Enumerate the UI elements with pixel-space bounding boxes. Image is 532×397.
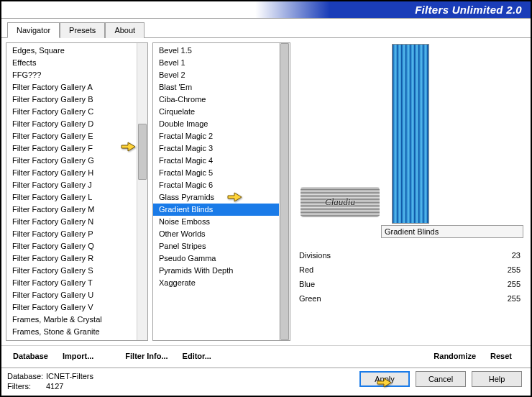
- list-item[interactable]: Double Image: [153, 118, 279, 130]
- apply-button[interactable]: Apply: [359, 371, 410, 387]
- tab-navigator[interactable]: Navigator: [7, 22, 60, 38]
- list-item[interactable]: Fractal Magic 4: [153, 155, 279, 167]
- list-item[interactable]: Bevel 2: [153, 69, 279, 81]
- list-item[interactable]: Cirquelate: [153, 106, 279, 118]
- list-item[interactable]: Filter Factory Gallery V: [6, 301, 137, 314]
- list-item[interactable]: Panel Stripes: [153, 240, 279, 252]
- filter-info-button[interactable]: Filter Info...: [122, 350, 170, 362]
- editor-button[interactable]: Editor...: [180, 350, 214, 362]
- param-row[interactable]: Green255: [298, 291, 522, 306]
- main-panel: Edges, SquareEffectsFFG???Filter Factory…: [1, 38, 531, 345]
- list-item[interactable]: Filter Factory Gallery N: [6, 216, 137, 228]
- category-list[interactable]: Edges, SquareEffectsFFG???Filter Factory…: [6, 42, 148, 341]
- list-item[interactable]: Fractal Magic 6: [153, 179, 279, 191]
- param-name: Green: [299, 293, 321, 304]
- param-name: Red: [299, 264, 313, 275]
- filter-scrollbar[interactable]: [279, 43, 290, 340]
- list-item[interactable]: Filter Factory Gallery T: [6, 277, 137, 289]
- preview-image: [392, 44, 429, 224]
- app-window: Filters Unlimited 2.0 Navigator Presets …: [0, 0, 532, 397]
- list-item[interactable]: Filter Factory Gallery J: [6, 179, 137, 191]
- list-item[interactable]: Gradient Blinds: [153, 204, 279, 216]
- list-item[interactable]: Fractal Magic 2: [153, 130, 279, 142]
- list-item[interactable]: Filter Factory Gallery B: [6, 93, 137, 106]
- category-scrollbar[interactable]: [137, 43, 147, 340]
- param-value: 255: [508, 293, 520, 304]
- param-value: 255: [508, 278, 520, 290]
- list-item[interactable]: Filter Factory Gallery M: [6, 204, 137, 216]
- list-item[interactable]: Filter Factory Gallery U: [6, 289, 137, 301]
- status-db-label: Database:: [7, 371, 46, 381]
- randomize-button[interactable]: Randomize: [431, 350, 479, 362]
- params-panel: Divisions23Red255Blue255Green255: [295, 241, 526, 306]
- list-item[interactable]: Noise Emboss: [153, 216, 279, 228]
- param-value: 23: [512, 250, 520, 261]
- help-button[interactable]: Help: [472, 371, 522, 387]
- list-item[interactable]: Filter Factory Gallery E: [6, 130, 137, 142]
- list-item[interactable]: Fractal Magic 3: [153, 142, 279, 155]
- list-item[interactable]: Filter Factory Gallery A: [6, 81, 137, 93]
- tab-bar: Navigator Presets About: [1, 19, 531, 38]
- list-item[interactable]: Effects: [6, 57, 137, 69]
- list-item[interactable]: Frames, Textured: [6, 338, 137, 340]
- param-name: Divisions: [299, 250, 331, 261]
- list-item[interactable]: Filter Factory Gallery D: [6, 118, 137, 130]
- list-item[interactable]: Filter Factory Gallery G: [6, 155, 137, 167]
- param-row[interactable]: Red255: [298, 263, 522, 277]
- cancel-button[interactable]: Cancel: [416, 371, 466, 387]
- param-value: 255: [508, 264, 520, 275]
- tab-presets[interactable]: Presets: [60, 22, 105, 38]
- dialog-buttons: Apply Cancel Help: [359, 371, 525, 387]
- status-db-value: ICNET-Filters: [46, 372, 93, 380]
- status-filters-label: Filters:: [7, 381, 46, 391]
- list-item[interactable]: Filter Factory Gallery L: [6, 191, 137, 204]
- titlebar: Filters Unlimited 2.0: [1, 1, 531, 19]
- list-item[interactable]: Fractal Magic 5: [153, 167, 279, 179]
- list-item[interactable]: Xaggerate: [153, 277, 279, 289]
- list-item[interactable]: Edges, Square: [6, 45, 137, 57]
- param-name: Blue: [299, 278, 315, 290]
- reset-button[interactable]: Reset: [487, 350, 515, 362]
- list-item[interactable]: Bevel 1: [153, 57, 279, 69]
- filter-column: Bevel 1.5Bevel 1Bevel 2Blast 'EmCiba-Chr…: [152, 42, 290, 341]
- list-item[interactable]: Frames, Marble & Crystal: [6, 314, 137, 326]
- list-item[interactable]: Filter Factory Gallery P: [6, 228, 137, 240]
- tab-about[interactable]: About: [105, 22, 145, 38]
- list-item[interactable]: Filter Factory Gallery C: [6, 106, 137, 118]
- list-item[interactable]: Frames, Stone & Granite: [6, 326, 137, 338]
- toolbar: Database Import... Filter Info... Editor…: [1, 345, 531, 368]
- filter-list[interactable]: Bevel 1.5Bevel 1Bevel 2Blast 'EmCiba-Chr…: [152, 42, 290, 341]
- list-item[interactable]: Filter Factory Gallery F: [6, 142, 137, 155]
- list-item[interactable]: Filter Factory Gallery R: [6, 252, 137, 265]
- category-column: Edges, SquareEffectsFFG???Filter Factory…: [6, 42, 148, 341]
- status-info: Database:ICNET-Filters Filters:4127: [7, 371, 93, 391]
- list-item[interactable]: Bevel 1.5: [153, 45, 279, 57]
- scrollbar-thumb[interactable]: [280, 43, 289, 340]
- list-item[interactable]: FFG???: [6, 69, 137, 81]
- import-button[interactable]: Import...: [60, 350, 96, 362]
- filter-name-input[interactable]: [381, 225, 523, 238]
- filter-name-row: [295, 222, 526, 241]
- watermark: Claudia: [301, 187, 380, 217]
- list-item[interactable]: Ciba-Chrome: [153, 93, 279, 106]
- param-row[interactable]: Divisions23: [298, 248, 522, 263]
- list-item[interactable]: Other Worlds: [153, 228, 279, 240]
- list-item[interactable]: Filter Factory Gallery S: [6, 265, 137, 277]
- app-title: Filters Unlimited 2.0: [415, 4, 522, 16]
- list-item[interactable]: Blast 'Em: [153, 81, 279, 93]
- status-filters-value: 4127: [46, 382, 63, 391]
- scrollbar-thumb[interactable]: [138, 124, 147, 180]
- status-bar: Database:ICNET-Filters Filters:4127 Appl…: [1, 368, 531, 396]
- list-item[interactable]: Glass Pyramids: [153, 191, 279, 204]
- database-button[interactable]: Database: [10, 350, 51, 362]
- list-item[interactable]: Filter Factory Gallery Q: [6, 240, 137, 252]
- param-row[interactable]: Blue255: [298, 277, 522, 291]
- list-item[interactable]: Filter Factory Gallery H: [6, 167, 137, 179]
- list-item[interactable]: Pyramids With Depth: [153, 265, 279, 277]
- list-item[interactable]: Pseudo Gamma: [153, 252, 279, 265]
